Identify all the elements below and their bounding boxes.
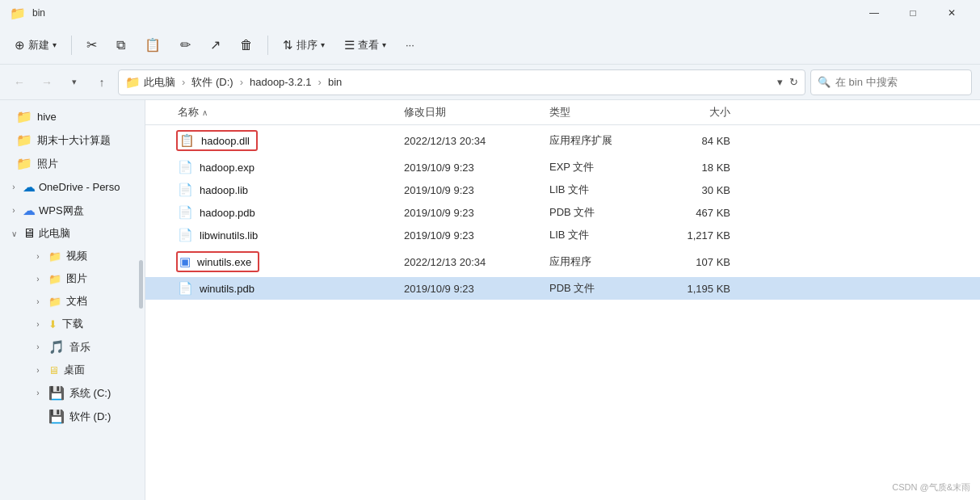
table-row[interactable]: ▣ winutils.exe 2022/12/13 20:34 应用程序 107… xyxy=(145,246,980,277)
column-header-date[interactable]: 修改日期 xyxy=(404,105,549,120)
file-icon-dll: 📋 xyxy=(179,133,195,148)
delete-icon: 🗑 xyxy=(240,38,253,53)
chevron-right-icon-wps: › xyxy=(8,206,19,215)
table-row[interactable]: 📄 hadoop.exp 2019/10/9 9:23 EXP 文件 18 KB xyxy=(145,156,980,179)
file-type-cell: PDB 文件 xyxy=(549,205,662,220)
new-button[interactable]: ⊕ 新建 ▾ xyxy=(6,35,65,56)
copy-button[interactable]: ⧉ xyxy=(108,35,133,56)
folder-icon-hive: 📁 xyxy=(16,109,32,124)
chevron-right-icon-music: › xyxy=(32,342,44,351)
refresh-button[interactable]: ↻ xyxy=(789,76,798,88)
sidebar-item-pictures[interactable]: › 📁 图片 xyxy=(3,267,141,290)
file-name-cell: 📄 libwinutils.lib xyxy=(145,228,404,242)
sidebar-item-c-drive[interactable]: › 💾 系统 (C:) xyxy=(3,381,141,405)
file-type-cell: 应用程序 xyxy=(549,254,662,269)
column-header-type[interactable]: 类型 xyxy=(549,105,662,120)
file-name-label: hadoop.pdb xyxy=(200,207,255,219)
file-icon-generic: 📄 xyxy=(178,205,193,220)
delete-button[interactable]: 🗑 xyxy=(232,35,261,56)
file-date-cell: 2019/10/9 9:23 xyxy=(404,207,549,219)
toolbar-separator-2 xyxy=(267,36,268,55)
file-size-cell: 30 KB xyxy=(662,184,743,196)
rename-icon: ✏ xyxy=(180,37,191,53)
table-row[interactable]: 📋 hadoop.dll 2022/12/13 20:34 应用程序扩展 84 … xyxy=(145,125,980,156)
file-size-cell: 467 KB xyxy=(662,207,743,219)
sidebar-item-downloads[interactable]: › ⬇ 下载 xyxy=(3,313,141,335)
address-dropdown-button[interactable]: ▾ xyxy=(777,76,783,88)
file-size-cell: 18 KB xyxy=(662,162,743,174)
paste-icon: 📋 xyxy=(145,37,161,53)
sidebar-item-hive[interactable]: 📁 hive xyxy=(3,105,141,128)
file-name-cell: ▣ winutils.exe xyxy=(145,250,404,273)
more-button[interactable]: ··· xyxy=(397,36,423,54)
search-input[interactable] xyxy=(835,76,965,88)
column-header-name[interactable]: 名称 ∧ xyxy=(145,105,404,120)
folder-icon-pictures: 📁 xyxy=(48,273,61,285)
file-size-cell: 1,217 KB xyxy=(662,229,743,242)
sidebar-item-d-drive[interactable]: 💾 软件 (D:) xyxy=(3,405,141,428)
file-name-cell: 📄 hadoop.lib xyxy=(145,183,404,197)
file-rows-container: 📋 hadoop.dll 2022/12/13 20:34 应用程序扩展 84 … xyxy=(145,125,980,300)
column-header-size[interactable]: 大小 xyxy=(662,105,743,120)
file-icon-exe: ▣ xyxy=(179,254,191,269)
file-name-label: libwinutils.lib xyxy=(200,229,258,242)
sidebar-item-wps[interactable]: › ☁ WPS网盘 xyxy=(3,199,141,222)
toolbar-separator xyxy=(71,36,72,55)
share-icon: ↗ xyxy=(210,37,221,53)
cut-button[interactable]: ✂ xyxy=(78,34,105,56)
drive-icon-d: 💾 xyxy=(48,409,65,424)
chevron-right-icon-docs: › xyxy=(32,297,44,306)
desktop-icon: 🖥 xyxy=(48,364,59,376)
table-row[interactable]: 📄 hadoop.lib 2019/10/9 9:23 LIB 文件 30 KB xyxy=(145,179,980,201)
minimize-button[interactable]: — xyxy=(856,0,893,26)
chevron-down-icon-mypc: ∨ xyxy=(8,229,19,238)
download-icon: ⬇ xyxy=(48,318,57,330)
sidebar-item-photos[interactable]: 📁 照片 xyxy=(3,152,141,175)
folder-icon-final: 📁 xyxy=(16,132,32,148)
table-row[interactable]: 📄 libwinutils.lib 2019/10/9 9:23 LIB 文件 … xyxy=(145,224,980,246)
sidebar-item-desktop[interactable]: › 🖥 桌面 xyxy=(3,359,141,381)
paste-button[interactable]: 📋 xyxy=(137,34,169,56)
computer-icon: 🖥 xyxy=(23,226,36,241)
address-box[interactable]: 📁 此电脑 › 软件 (D:) › hadoop-3.2.1 › bin ▾ ↻ xyxy=(118,69,805,95)
close-button[interactable]: ✕ xyxy=(933,0,970,26)
main-content: 📁 hive 📁 期末十大计算题 📁 照片 › ☁ OneDrive - Per… xyxy=(0,100,980,500)
sidebar-item-mypc[interactable]: ∨ 🖥 此电脑 xyxy=(3,222,141,245)
search-icon: 🔍 xyxy=(818,76,831,88)
file-type-cell: 应用程序扩展 xyxy=(549,133,662,148)
sidebar-item-docs[interactable]: › 📁 文档 xyxy=(3,290,141,313)
file-name-cell: 📄 winutils.pdb xyxy=(145,281,404,296)
back-button[interactable]: ← xyxy=(8,71,31,94)
forward-button[interactable]: → xyxy=(36,71,58,94)
sort-arrow-name: ∧ xyxy=(202,108,208,117)
sidebar-item-final[interactable]: 📁 期末十大计算题 xyxy=(3,128,141,152)
toolbar: ⊕ 新建 ▾ ✂ ⧉ 📋 ✏ ↗ 🗑 ⇅ 排序 ▾ ☰ 查看 ▾ ··· xyxy=(0,26,980,65)
file-date-cell: 2019/10/9 9:23 xyxy=(404,184,549,196)
search-box[interactable]: 🔍 xyxy=(810,69,972,95)
folder-icon-videos: 📁 xyxy=(48,250,61,263)
sidebar-scrollbar[interactable] xyxy=(139,260,143,309)
sidebar-item-onedrive[interactable]: › ☁ OneDrive - Perso xyxy=(3,175,141,199)
chevron-right-icon-desktop: › xyxy=(32,366,44,375)
recent-locations-button[interactable]: ▾ xyxy=(63,71,86,94)
sort-button[interactable]: ⇅ 排序 ▾ xyxy=(275,35,333,56)
rename-button[interactable]: ✏ xyxy=(172,34,199,56)
maximize-button[interactable]: □ xyxy=(894,0,932,26)
share-button[interactable]: ↗ xyxy=(202,34,229,56)
breadcrumb-part-4: bin xyxy=(328,76,342,88)
table-row[interactable]: 📄 winutils.pdb 2019/10/9 9:23 PDB 文件 1,1… xyxy=(145,277,980,300)
sidebar-item-videos[interactable]: › 📁 视频 xyxy=(3,245,141,267)
view-button[interactable]: ☰ 查看 ▾ xyxy=(336,35,394,56)
view-icon: ☰ xyxy=(344,38,355,53)
table-row[interactable]: 📄 hadoop.pdb 2019/10/9 9:23 PDB 文件 467 K… xyxy=(145,201,980,224)
file-name-label: winutils.pdb xyxy=(200,283,254,295)
file-name-label: hadoop.lib xyxy=(200,184,248,196)
sidebar-item-music[interactable]: › 🎵 音乐 xyxy=(3,335,141,359)
music-icon: 🎵 xyxy=(48,339,65,355)
folder-icon-docs: 📁 xyxy=(48,296,61,308)
breadcrumb-part-1: 此电脑 xyxy=(144,75,175,90)
watermark: CSDN @气质&末雨 xyxy=(892,481,970,494)
up-button[interactable]: ↑ xyxy=(90,71,113,94)
chevron-down-icon: ▾ xyxy=(53,40,57,49)
window-title: bin xyxy=(32,7,45,19)
